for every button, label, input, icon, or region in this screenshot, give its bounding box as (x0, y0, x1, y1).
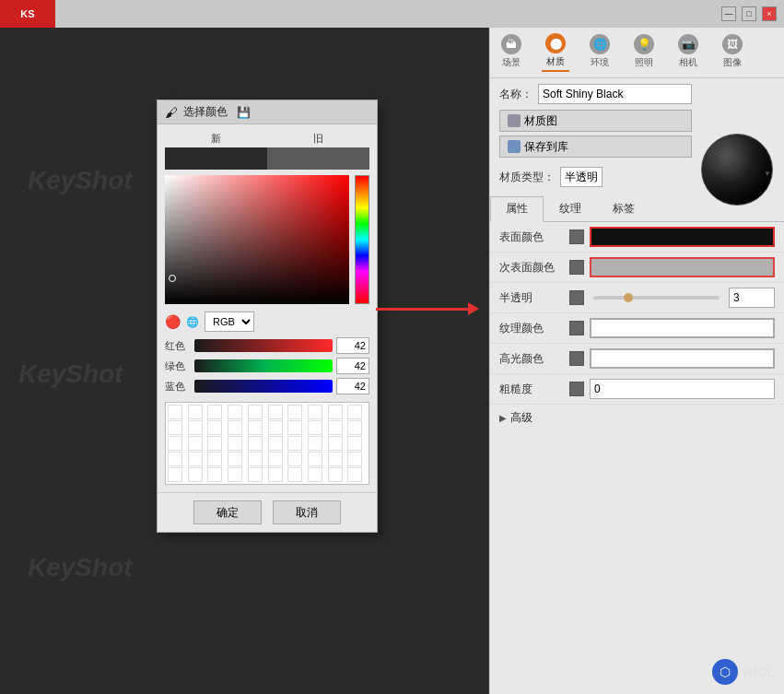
swatch-cell-8[interactable] (328, 405, 343, 419)
swatch-cell-35[interactable] (268, 452, 283, 466)
swatch-cell-1[interactable] (188, 405, 203, 419)
tab-lighting[interactable]: 💡 照明 (630, 32, 658, 71)
swatch-cell-44[interactable] (248, 467, 263, 482)
tab-scene[interactable]: 🏔 场景 (497, 32, 525, 71)
swatch-cell-24[interactable] (248, 436, 263, 451)
tab-properties[interactable]: 属性 (490, 196, 544, 222)
swatch-cell-49[interactable] (347, 467, 362, 482)
app-logo: KS (0, 0, 55, 28)
material-name-input[interactable] (538, 84, 692, 104)
swatch-cell-33[interactable] (228, 452, 242, 466)
swatch-cell-19[interactable] (347, 420, 362, 435)
lighting-icon: 💡 (634, 34, 654, 54)
swatch-cell-36[interactable] (287, 452, 302, 466)
advanced-arrow-icon: ▶ (499, 413, 507, 423)
save-to-library-button[interactable]: 保存到库 (499, 135, 692, 158)
swatch-cell-14[interactable] (248, 420, 263, 435)
swatch-cell-18[interactable] (328, 420, 343, 435)
swatch-cell-40[interactable] (168, 467, 182, 482)
swatch-cell-28[interactable] (328, 436, 343, 451)
swatch-cell-15[interactable] (268, 420, 283, 435)
swatch-cell-45[interactable] (268, 467, 283, 482)
swatch-cell-31[interactable] (188, 452, 203, 466)
red-value-input[interactable] (336, 337, 369, 354)
swatch-cell-37[interactable] (308, 452, 322, 466)
confirm-button[interactable]: 确定 (193, 500, 262, 524)
swatch-cell-26[interactable] (287, 436, 302, 451)
swatch-white[interactable] (168, 405, 182, 419)
swatch-cell-11[interactable] (188, 420, 203, 435)
close-button[interactable]: × (762, 6, 777, 21)
saturation-value-picker[interactable] (165, 175, 349, 304)
tab-material[interactable]: ⬤ 材质 (542, 31, 569, 72)
blue-slider[interactable] (194, 380, 333, 393)
swatch-cell-7[interactable] (308, 405, 322, 419)
mat-type-select[interactable]: 半透明 (560, 167, 603, 187)
surface-color-box[interactable] (590, 227, 775, 247)
swatch-cell-3[interactable] (228, 405, 242, 419)
roughness-swatch-btn[interactable] (569, 382, 584, 396)
color-mode-icon: 🔴 (165, 314, 181, 329)
swatch-cell-25[interactable] (268, 436, 283, 451)
swatch-cell-6[interactable] (287, 405, 302, 419)
swatch-cell-22[interactable] (207, 436, 222, 451)
red-slider[interactable] (194, 339, 333, 352)
new-color-swatch[interactable] (165, 147, 267, 170)
swatch-cell-23[interactable] (228, 436, 242, 451)
texture-color-swatch-btn[interactable] (569, 321, 584, 335)
swatch-cell-27[interactable] (308, 436, 322, 451)
hue-strip[interactable] (355, 175, 369, 304)
swatch-cell-5[interactable] (268, 405, 283, 419)
swatch-cell-41[interactable] (188, 467, 203, 482)
surface-color-swatch-btn[interactable] (569, 229, 584, 244)
swatch-cell-48[interactable] (328, 467, 343, 482)
swatch-cell-20[interactable] (168, 436, 182, 451)
tab-texture[interactable]: 纹理 (544, 196, 597, 221)
swatch-cell-29[interactable] (347, 436, 362, 451)
translucency-swatch-btn[interactable] (569, 290, 584, 305)
color-mode-select[interactable]: RGB (205, 312, 254, 332)
green-value-input[interactable] (336, 358, 369, 374)
swatch-cell-10[interactable] (168, 420, 182, 435)
tab-image[interactable]: 🖼 图像 (719, 32, 746, 71)
swatch-cell-46[interactable] (287, 467, 302, 482)
swatch-cell-4[interactable] (248, 405, 263, 419)
swatch-cell-38[interactable] (328, 452, 343, 466)
subsurface-color-box[interactable] (590, 257, 775, 277)
subsurface-color-swatch-btn[interactable] (569, 260, 584, 275)
swatch-cell-17[interactable] (308, 420, 322, 435)
swatch-cell-21[interactable] (188, 436, 203, 451)
swatch-cell-2[interactable] (207, 405, 222, 419)
swatch-cell-34[interactable] (248, 452, 263, 466)
minimize-button[interactable]: — (721, 6, 736, 21)
translucency-slider[interactable] (593, 291, 720, 304)
swatch-cell-16[interactable] (287, 420, 302, 435)
swatch-cell-47[interactable] (308, 467, 322, 482)
camera-label: 相机 (679, 56, 697, 69)
specular-color-swatch-btn[interactable] (569, 351, 584, 366)
blue-value-input[interactable] (336, 378, 369, 394)
swatch-cell-39[interactable] (347, 452, 362, 466)
old-color-swatch[interactable] (267, 147, 369, 170)
specular-color-box[interactable] (590, 348, 775, 369)
maximize-button[interactable]: □ (742, 6, 756, 21)
mat-texture-button[interactable]: 材质图 (499, 110, 692, 132)
roughness-value[interactable] (590, 379, 775, 399)
advanced-row[interactable]: ▶ 高级 (490, 405, 784, 431)
texture-color-box[interactable] (590, 318, 775, 338)
green-slider[interactable] (194, 359, 333, 372)
swatch-cell-32[interactable] (207, 452, 222, 466)
translucency-value[interactable] (729, 288, 775, 308)
cancel-button[interactable]: 取消 (273, 500, 341, 524)
swatch-cell-12[interactable] (207, 420, 222, 435)
swatch-cell-42[interactable] (207, 467, 222, 482)
swatch-cell-9[interactable] (347, 405, 362, 419)
tab-label[interactable]: 标签 (597, 196, 650, 221)
brand-badge: ⬡ 易软汇 (712, 659, 775, 685)
swatch-cell-13[interactable] (228, 420, 242, 435)
swatch-cell-30[interactable] (168, 452, 182, 466)
tab-camera[interactable]: 📷 相机 (674, 32, 702, 71)
swatch-cell-43[interactable] (228, 467, 242, 482)
tab-environment[interactable]: 🌐 环境 (586, 32, 614, 71)
minimize-icon: — (725, 9, 733, 18)
